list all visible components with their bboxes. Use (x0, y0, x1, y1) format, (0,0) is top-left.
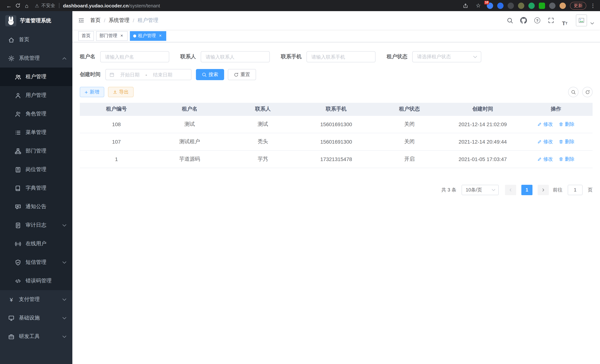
sidebar-item-dict[interactable]: 字典管理 (0, 179, 72, 197)
cell-phone: 15601691300 (300, 115, 373, 133)
sidebar-item-tenant[interactable]: 租户管理 (0, 67, 72, 86)
extension-icon[interactable] (508, 2, 514, 9)
edit-link[interactable]: 修改 (537, 121, 553, 127)
total-count: 共 3 条 (441, 187, 456, 193)
col-contact: 联系人 (226, 103, 300, 115)
goto-page-input[interactable] (568, 185, 582, 195)
refresh-icon[interactable] (582, 87, 593, 97)
header-actions: ? TT (504, 14, 594, 26)
pagination: 共 3 条 10条/页 1 前往 页 (80, 185, 593, 195)
extension-icon[interactable] (539, 2, 545, 9)
search-icon[interactable] (504, 15, 516, 26)
create-time-range[interactable]: - (105, 69, 191, 80)
bookmark-star-icon[interactable]: ☆ (474, 1, 483, 10)
sidebar-item-home[interactable]: 首页 (0, 30, 72, 49)
breadcrumb-home[interactable]: 首页 (90, 17, 101, 24)
font-size-icon[interactable]: TT (559, 15, 570, 26)
share-icon[interactable] (461, 1, 470, 10)
page-number-button[interactable]: 1 (521, 185, 533, 195)
browser-update-button[interactable]: 更新 (570, 2, 586, 9)
col-created: 创建时间 (446, 103, 519, 115)
chevron-down-icon[interactable] (590, 22, 594, 25)
sidebar-item-post[interactable]: 岗位管理 (0, 160, 72, 179)
sidebar-item-label: 系统管理 (19, 55, 40, 62)
tab-tenant[interactable]: 租户管理 × (130, 31, 166, 41)
tenant-name-input[interactable] (100, 51, 169, 62)
add-button-label: 新增 (90, 89, 99, 95)
export-button[interactable]: 导出 (108, 87, 134, 97)
gear-icon (8, 55, 14, 61)
cell-created: 2021-01-05 17:03:47 (446, 150, 519, 168)
edit-link[interactable]: 修改 (537, 156, 553, 162)
extension-icon[interactable]: 10 (487, 2, 493, 9)
app-header: 首页 / 系统管理 / 租户管理 ? TT (72, 11, 600, 30)
chevron-down-icon (62, 335, 66, 338)
search-button[interactable]: 搜索 (196, 69, 224, 80)
filter-tenant-name: 租户名 (80, 51, 169, 62)
sidebar-item-notice[interactable]: 通知公告 (0, 197, 72, 216)
sidebar-item-user[interactable]: 用户管理 (0, 86, 72, 105)
sidebar-item-online-user[interactable]: 在线用户 (0, 234, 72, 253)
extension-icon[interactable] (528, 2, 535, 9)
tab-dept[interactable]: 部门管理 × (96, 31, 128, 41)
filter-label: 联系人 (180, 53, 196, 60)
sidebar-item-dev-tools[interactable]: 研发工具 (0, 327, 72, 346)
sidebar-item-sms[interactable]: 短信管理 (0, 253, 72, 272)
sidebar-item-role[interactable]: 角色管理 (0, 105, 72, 123)
toggle-search-icon[interactable] (568, 87, 579, 97)
contact-input[interactable] (201, 51, 270, 62)
help-icon[interactable]: ? (532, 15, 543, 26)
sidebar-item-label: 岗位管理 (26, 166, 46, 173)
cell-contact: 秃头 (226, 133, 300, 150)
sidebar-item-audit-log[interactable]: 审计日志 (0, 216, 72, 234)
address-bar[interactable]: dashboard.yudao.iocoder.cn/system/tenant (63, 3, 160, 8)
phone-input[interactable] (307, 51, 375, 62)
security-chip[interactable]: ⚠ 不安全 (35, 2, 55, 9)
github-icon[interactable] (518, 15, 529, 26)
sidebar-item-system[interactable]: 系统管理 (0, 49, 72, 67)
sidebar-item-error-code[interactable]: 错误码管理 (0, 272, 72, 290)
end-date-input[interactable] (149, 72, 177, 77)
extension-icon[interactable] (518, 2, 524, 9)
app-title: 芋道管理系统 (20, 18, 51, 24)
close-icon[interactable]: × (158, 33, 163, 38)
delete-link[interactable]: 删除 (559, 138, 575, 145)
reload-icon[interactable] (13, 1, 22, 10)
add-button[interactable]: + 新增 (80, 87, 104, 97)
back-icon[interactable]: ← (4, 1, 13, 10)
sidebar-item-label: 审计日志 (26, 222, 46, 229)
browser-home-icon[interactable]: ⌂ (22, 1, 31, 10)
tab-label: 部门管理 (99, 33, 117, 39)
delete-link[interactable]: 删除 (559, 121, 575, 127)
tab-label: 租户管理 (138, 33, 156, 39)
sidebar-item-menu[interactable]: 菜单管理 (0, 123, 72, 142)
page-size-select[interactable]: 10条/页 (462, 185, 499, 195)
extension-icon[interactable] (549, 2, 555, 9)
avatar[interactable] (576, 14, 587, 26)
sidebar-toggle-icon[interactable] (78, 18, 84, 23)
extension-icon[interactable] (560, 2, 566, 9)
sidebar-item-payment[interactable]: ¥ 支付管理 (0, 290, 72, 309)
start-date-input[interactable] (116, 72, 144, 77)
payment-yen-icon: ¥ (8, 297, 14, 302)
sidebar-item-dept[interactable]: 部门管理 (0, 142, 72, 160)
sidebar-item-infra[interactable]: 基础设施 (0, 309, 72, 327)
export-button-label: 导出 (119, 89, 129, 95)
browser-window: ← ⌂ ⚠ 不安全 dashboard.yudao.iocoder.cn/sys… (0, 0, 600, 364)
browser-menu-icon[interactable]: ⋮ (590, 3, 596, 9)
reset-button[interactable]: 重置 (228, 69, 256, 80)
next-page-button[interactable] (538, 185, 549, 195)
fullscreen-icon[interactable] (545, 15, 557, 26)
edit-link[interactable]: 修改 (537, 138, 553, 145)
chevron-down-icon (62, 298, 66, 301)
extension-icon[interactable] (497, 2, 504, 9)
table-row: 108 测试 测试 15601691300 关闭 2021-12-14 21:0… (80, 115, 593, 133)
delete-link[interactable]: 删除 (559, 156, 575, 162)
filter-label: 租户状态 (387, 53, 407, 60)
close-icon[interactable]: × (119, 33, 124, 38)
breadcrumb-section[interactable]: 系统管理 (109, 17, 130, 24)
tenant-status-select[interactable]: 请选择租户状态 (412, 51, 481, 62)
tab-home[interactable]: 首页 (78, 31, 94, 41)
prev-page-button[interactable] (505, 185, 516, 195)
chevron-down-icon (62, 224, 66, 226)
